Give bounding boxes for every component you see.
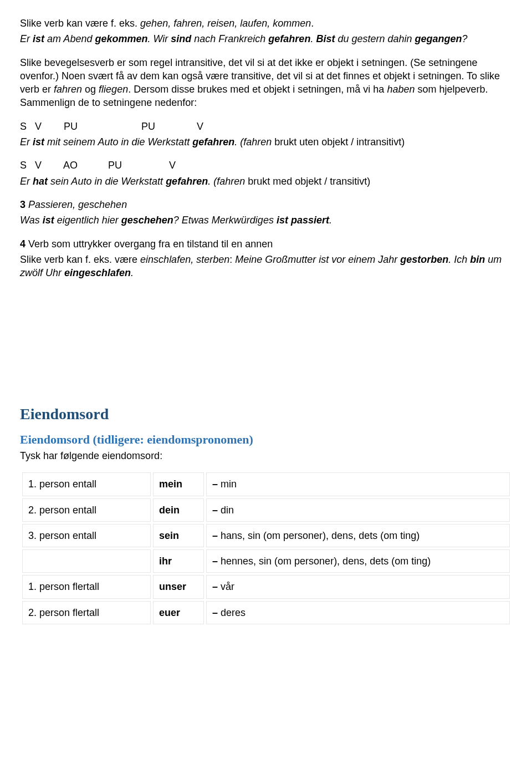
- text: og: [82, 84, 99, 95]
- verb-list: einschlafen, sterben: [140, 254, 229, 265]
- pp-eingeschlafen: eingeschlafen: [64, 267, 131, 278]
- text: Verb som uttrykker overgang fra en tilst…: [25, 238, 273, 250]
- pp-gefahren: gefahren: [166, 176, 208, 187]
- pp-gekommen: gekommen: [95, 33, 147, 44]
- possessive-table: 1. person entall mein – min 2. person en…: [20, 470, 512, 627]
- para-verbs-examples: Slike verb kan være f. eks. gehen, fahre…: [20, 17, 512, 30]
- text: Meine Großmutter ist vor einem Jahr: [235, 254, 400, 265]
- cell-translation: – min: [206, 472, 510, 496]
- section-3-example: Was ist eigentlich hier geschehen? Etwas…: [20, 213, 512, 227]
- num-3: 3: [20, 199, 25, 210]
- text: . Dersom disse brukes med et objekt i se…: [128, 84, 387, 95]
- text: hans, sin (om personer), dens, dets (om …: [218, 530, 420, 541]
- cell-german: sein: [153, 524, 204, 547]
- aux-ist: ist: [43, 215, 54, 226]
- text: ? Etwas Merkwürdiges: [173, 215, 277, 226]
- text: nach Frankreich: [191, 33, 268, 44]
- example-transitive: Er hat sein Auto in die Werkstatt gefahr…: [20, 175, 512, 188]
- table-row: 2. person flertall euer – deres: [22, 601, 510, 624]
- cell-person: 2. person entall: [22, 498, 151, 522]
- aux-hat: hat: [33, 176, 48, 187]
- cell-translation: – deres: [206, 601, 510, 624]
- structure-labels-2: S V AO PU V: [20, 159, 512, 172]
- text: Slike verb kan være f. eks.: [20, 18, 140, 29]
- cell-person: 3. person entall: [22, 524, 151, 547]
- text: . Wir: [147, 33, 171, 44]
- aux-ist: ist: [33, 136, 44, 147]
- verb-fahren: fahren: [243, 136, 272, 147]
- cell-german: euer: [153, 601, 204, 624]
- cell-translation: – hans, sin (om personer), dens, dets (o…: [206, 524, 510, 547]
- cell-german: mein: [153, 472, 204, 496]
- text: du gestern dahin: [335, 33, 415, 44]
- text: mit seinem Auto in die Werkstatt: [44, 136, 192, 147]
- text: .: [310, 33, 316, 44]
- text: deres: [218, 607, 245, 618]
- pp-gestorben: gestorben: [400, 254, 448, 265]
- pp-gefahren: gefahren: [192, 136, 234, 147]
- text: . (: [234, 136, 243, 147]
- pp-gegangen: gegangen: [415, 33, 462, 44]
- text: vår: [218, 581, 234, 592]
- cell-person: 2. person flertall: [22, 601, 151, 624]
- text: Er: [20, 33, 33, 44]
- num-4: 4: [20, 238, 25, 250]
- text: . Ich: [448, 254, 470, 265]
- dash-icon: –: [212, 556, 218, 567]
- table-row: 1. person flertall unser – vår: [22, 575, 510, 598]
- cell-person: 1. person entall: [22, 472, 151, 496]
- para-explanation: Slike bevegelsesverb er som regel intran…: [20, 56, 512, 110]
- table-row: 1. person entall mein – min: [22, 472, 510, 496]
- cell-translation: – din: [206, 498, 510, 522]
- verb-haben: haben: [387, 84, 415, 95]
- text: eigentlich hier: [54, 215, 121, 226]
- text: .: [329, 215, 332, 226]
- text: hennes, sin (om personer), dens, dets (o…: [218, 556, 431, 567]
- text: brukt uten objekt / intransitivt): [272, 136, 405, 147]
- dash-icon: –: [212, 607, 218, 618]
- verb-fahren: fahren: [217, 176, 245, 187]
- verb-fahren: fahren: [54, 84, 82, 95]
- pp-geschehen: geschehen: [121, 215, 173, 226]
- aux-sind: sind: [171, 33, 191, 44]
- text: Er: [20, 176, 33, 187]
- section-3-heading: 3 Passieren, geschehen: [20, 198, 512, 211]
- para-example-sentences: Er ist am Abend gekommen. Wir sind nach …: [20, 32, 512, 45]
- text: min: [218, 478, 237, 490]
- aux-ist: ist: [33, 33, 44, 44]
- cell-person: 1. person flertall: [22, 575, 151, 598]
- subheading-eiendomsord: Eiendomsord (tidligere: eiendomspronomen…: [20, 431, 512, 448]
- section-4-heading: 4 Verb som uttrykker overgang fra en til…: [20, 237, 512, 251]
- cell-german: dein: [153, 498, 204, 522]
- text: sein Auto in die Werkstatt: [48, 176, 166, 187]
- text: brukt med objekt / transitivt): [245, 176, 370, 187]
- structure-labels-1: S V PU PU V: [20, 120, 512, 133]
- example-intransitive: Er ist mit seinem Auto in die Werkstatt …: [20, 135, 512, 149]
- dash-icon: –: [212, 530, 218, 541]
- text: .: [311, 18, 314, 29]
- cell-german: ihr: [153, 549, 204, 573]
- text: Passieren, geschehen: [25, 199, 127, 210]
- cell-translation: – hennes, sin (om personer), dens, dets …: [206, 549, 510, 573]
- text: Was: [20, 215, 43, 226]
- dash-icon: –: [212, 478, 218, 490]
- heading-eiendomsord: Eiendomsord: [20, 404, 512, 425]
- text: :: [229, 254, 235, 265]
- dash-icon: –: [212, 581, 218, 592]
- cell-german: unser: [153, 575, 204, 598]
- text: . (: [208, 176, 217, 187]
- cell-translation: – vår: [206, 575, 510, 598]
- aux-bist: Bist: [316, 33, 335, 44]
- text: .: [131, 267, 134, 278]
- verb-fliegen: fliegen: [99, 84, 128, 95]
- text: ?: [462, 33, 468, 44]
- cell-person: [22, 549, 151, 573]
- dash-icon: –: [212, 505, 218, 516]
- aux-ist-2: ist: [277, 215, 288, 226]
- table-row: 3. person entall sein – hans, sin (om pe…: [22, 524, 510, 547]
- text: am Abend: [44, 33, 95, 44]
- text: Slike verb kan f. eks. være: [20, 254, 140, 265]
- pp-gefahren: gefahren: [268, 33, 310, 44]
- text: din: [218, 505, 234, 516]
- verb-list-italic: gehen, fahren, reisen, laufen, kommen: [140, 18, 311, 29]
